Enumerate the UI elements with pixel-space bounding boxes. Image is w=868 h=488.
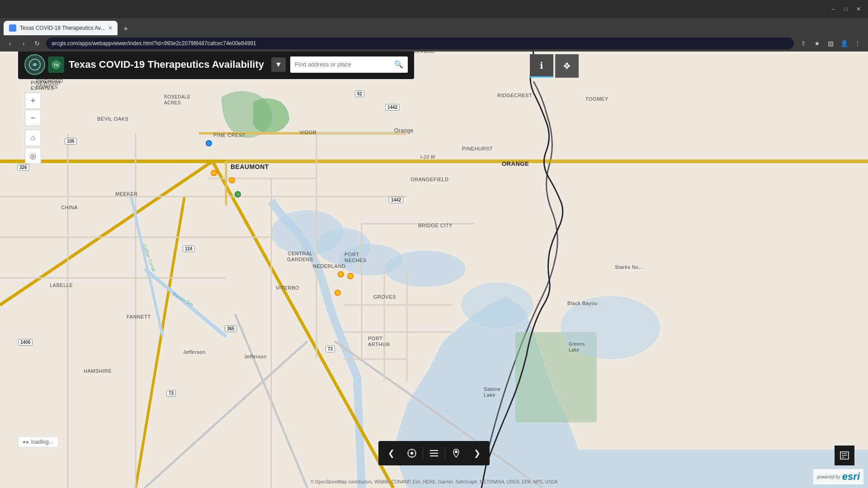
legend-icon bbox=[840, 451, 849, 460]
route-badge-365: 365 bbox=[225, 325, 237, 332]
map-dot-green-1[interactable] bbox=[235, 191, 241, 197]
address-bar: ‹ › ↻ arcgis.com/apps/webappviewer/index… bbox=[0, 35, 868, 52]
prev-button[interactable]: ❮ bbox=[381, 443, 401, 463]
toolbar-divider-2 bbox=[445, 446, 445, 460]
top-right-controls: ℹ ❖ bbox=[530, 54, 579, 78]
locate-toolbar-button[interactable] bbox=[402, 443, 422, 463]
maximize-btn[interactable]: □ bbox=[842, 5, 850, 13]
list-icon bbox=[429, 449, 439, 457]
app-title: Texas COVID-19 Therapeutics Availability bbox=[69, 59, 264, 70]
title-bar: – □ ✕ bbox=[0, 0, 868, 18]
zoom-out-button[interactable]: − bbox=[25, 110, 41, 126]
home-button[interactable]: ⌂ bbox=[25, 130, 41, 146]
active-tab[interactable]: Texas COVID-19 Therapeutics Av... × bbox=[4, 21, 118, 35]
list-toolbar-button[interactable] bbox=[424, 443, 444, 463]
pin-toolbar-button[interactable] bbox=[446, 443, 466, 463]
browser-actions: ⇧ ★ ▨ 👤 ⋮ bbox=[798, 38, 863, 48]
route-badge-124: 124 bbox=[183, 245, 195, 252]
profile-btn[interactable]: 👤 bbox=[839, 38, 849, 48]
zoom-in-button[interactable]: + bbox=[25, 93, 41, 109]
svg-point-4 bbox=[384, 251, 466, 287]
search-bar: 🔍 bbox=[290, 56, 408, 73]
loading-dot-2 bbox=[26, 441, 28, 443]
logo-svg bbox=[28, 58, 41, 71]
app-header: TX Texas COVID-19 Therapeutics Availabil… bbox=[18, 50, 414, 79]
tab-favicon bbox=[9, 24, 16, 32]
attribution-text: © OpenStreetMap contributors, Wildlife, … bbox=[311, 479, 558, 484]
url-text: arcgis.com/apps/webappviewer/index.html?… bbox=[52, 40, 256, 47]
app-logo-area: TX bbox=[24, 54, 64, 75]
route-badge-1442-top: 1442 bbox=[385, 104, 400, 111]
legend-button[interactable] bbox=[835, 446, 854, 465]
url-bar[interactable]: arcgis.com/apps/webappviewer/index.html?… bbox=[46, 38, 794, 49]
info-button[interactable]: ℹ bbox=[530, 54, 553, 78]
tab-bar: Texas COVID-19 Therapeutics Av... × + bbox=[0, 18, 868, 35]
window-controls: – □ ✕ bbox=[829, 5, 863, 13]
route-badge-73-right: 73 bbox=[326, 346, 335, 352]
browser-chrome: – □ ✕ Texas COVID-19 Therapeutics Av... … bbox=[0, 0, 868, 43]
svg-point-5 bbox=[461, 282, 533, 328]
share-btn[interactable]: ⇧ bbox=[798, 38, 808, 48]
extensions-btn[interactable]: ▨ bbox=[826, 38, 835, 48]
map-dot-blue-1[interactable] bbox=[206, 140, 212, 146]
map-dot-yellow-1[interactable] bbox=[211, 170, 217, 176]
shield-icon: TX bbox=[51, 60, 61, 70]
loading-text: loading... bbox=[31, 439, 53, 445]
logo-outer-circle bbox=[24, 54, 45, 75]
tab-title: Texas COVID-19 Therapeutics Av... bbox=[20, 25, 105, 31]
loading-dots bbox=[23, 441, 28, 443]
map-dot-yellow-3[interactable] bbox=[338, 271, 344, 277]
loading-indicator: loading... bbox=[18, 436, 58, 447]
attribution: © OpenStreetMap contributors, Wildlife, … bbox=[311, 479, 558, 484]
toolbar-divider bbox=[423, 446, 423, 460]
info-icon: ℹ bbox=[540, 60, 543, 71]
forward-button[interactable]: › bbox=[19, 39, 28, 48]
map-svg bbox=[0, 43, 868, 488]
svg-point-35 bbox=[561, 296, 660, 359]
powered-by-text: powered by bbox=[817, 474, 840, 479]
map-container[interactable]: PINE RIDGE MAURICEVILLE RIDGECREST TOOME… bbox=[0, 43, 868, 488]
layers-icon: ❖ bbox=[563, 61, 571, 71]
route-badge-105: 105 bbox=[65, 138, 77, 145]
bottom-toolbar: ❮ ❯ bbox=[378, 441, 490, 465]
menu-btn[interactable]: ⋮ bbox=[853, 38, 863, 48]
next-button[interactable]: ❯ bbox=[467, 443, 487, 463]
route-badge-1406: 1406 bbox=[18, 339, 33, 346]
dropdown-button[interactable]: ▼ bbox=[271, 57, 286, 72]
bookmark-btn[interactable]: ★ bbox=[812, 38, 822, 48]
map-dot-yellow-4[interactable] bbox=[347, 273, 354, 279]
layers-button[interactable]: ❖ bbox=[555, 54, 579, 78]
esri-logo: powered by esri bbox=[813, 469, 863, 484]
new-tab-button[interactable]: + bbox=[119, 23, 132, 35]
svg-point-48 bbox=[455, 450, 458, 453]
route-badge-73-left: 73 bbox=[166, 390, 176, 397]
back-button[interactable]: ‹ bbox=[5, 39, 14, 48]
locate-icon bbox=[407, 448, 417, 458]
svg-point-40 bbox=[410, 452, 413, 455]
esri-text: esri bbox=[842, 471, 860, 483]
refresh-button[interactable]: ↻ bbox=[33, 39, 42, 48]
location-button[interactable]: ◎ bbox=[25, 148, 41, 164]
logo-shield: TX bbox=[48, 56, 64, 73]
search-button[interactable]: 🔍 bbox=[394, 60, 403, 69]
search-input[interactable] bbox=[295, 61, 391, 68]
map-dot-yellow-2[interactable] bbox=[229, 177, 235, 183]
close-btn[interactable]: ✕ bbox=[854, 5, 863, 13]
route-badge-1442-bot: 1442 bbox=[389, 197, 403, 203]
svg-text:TX: TX bbox=[53, 63, 59, 67]
map-dot-yellow-5[interactable] bbox=[335, 290, 341, 296]
loading-dot-1 bbox=[23, 441, 25, 443]
map-controls: + − ⌂ ◎ bbox=[25, 93, 41, 164]
svg-point-37 bbox=[33, 63, 36, 66]
minimize-btn[interactable]: – bbox=[829, 5, 837, 13]
tab-close-btn[interactable]: × bbox=[108, 24, 112, 32]
pin-icon bbox=[452, 448, 460, 458]
route-badge-326: 326 bbox=[17, 164, 29, 171]
route-badge-62: 62 bbox=[355, 90, 364, 97]
